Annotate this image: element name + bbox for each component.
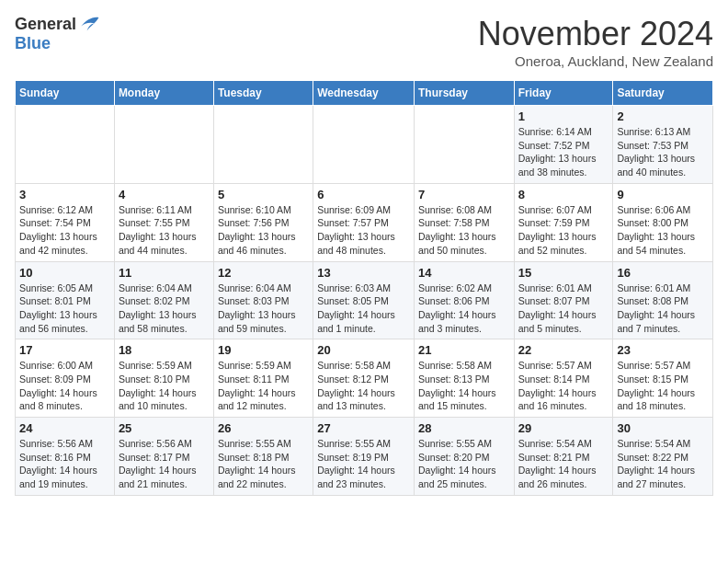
calendar-day-cell: 15Sunrise: 6:01 AM Sunset: 8:07 PM Dayli… bbox=[514, 261, 613, 339]
day-info: Sunrise: 6:12 AM Sunset: 7:54 PM Dayligh… bbox=[19, 203, 110, 258]
calendar-day-cell bbox=[414, 106, 514, 184]
page-header: General Blue November 2024 Oneroa, Auckl… bbox=[15, 15, 713, 69]
day-number: 23 bbox=[617, 343, 709, 357]
calendar-day-cell: 10Sunrise: 6:05 AM Sunset: 8:01 PM Dayli… bbox=[16, 261, 115, 339]
day-info: Sunrise: 5:57 AM Sunset: 8:15 PM Dayligh… bbox=[617, 359, 709, 413]
calendar-day-cell: 24Sunrise: 5:56 AM Sunset: 8:16 PM Dayli… bbox=[16, 418, 115, 496]
day-info: Sunrise: 6:11 AM Sunset: 7:55 PM Dayligh… bbox=[119, 203, 210, 258]
day-info: Sunrise: 6:04 AM Sunset: 8:03 PM Dayligh… bbox=[218, 282, 309, 336]
calendar-week-row: 24Sunrise: 5:56 AM Sunset: 8:16 PM Dayli… bbox=[16, 418, 713, 496]
day-number: 10 bbox=[19, 266, 110, 280]
day-number: 26 bbox=[218, 421, 309, 435]
calendar-table: SundayMondayTuesdayWednesdayThursdayFrid… bbox=[15, 80, 713, 496]
day-number: 2 bbox=[617, 109, 709, 123]
day-info: Sunrise: 5:57 AM Sunset: 8:14 PM Dayligh… bbox=[518, 359, 609, 413]
day-number: 28 bbox=[418, 421, 510, 435]
calendar-day-cell: 28Sunrise: 5:55 AM Sunset: 8:20 PM Dayli… bbox=[414, 418, 514, 496]
calendar-day-cell: 18Sunrise: 5:59 AM Sunset: 8:10 PM Dayli… bbox=[114, 339, 213, 418]
day-info: Sunrise: 6:03 AM Sunset: 8:05 PM Dayligh… bbox=[317, 282, 410, 336]
calendar-day-cell bbox=[16, 106, 115, 184]
day-info: Sunrise: 6:02 AM Sunset: 8:06 PM Dayligh… bbox=[418, 282, 510, 336]
logo-blue-text: Blue bbox=[15, 34, 51, 53]
calendar-day-cell: 6Sunrise: 6:09 AM Sunset: 7:57 PM Daylig… bbox=[313, 183, 415, 261]
calendar-header: SundayMondayTuesdayWednesdayThursdayFrid… bbox=[16, 81, 713, 106]
day-number: 8 bbox=[518, 188, 609, 201]
day-info: Sunrise: 5:59 AM Sunset: 8:10 PM Dayligh… bbox=[119, 359, 210, 413]
day-number: 7 bbox=[418, 188, 510, 201]
logo-bird-icon bbox=[78, 16, 100, 34]
calendar-day-cell: 29Sunrise: 5:54 AM Sunset: 8:21 PM Dayli… bbox=[514, 418, 613, 496]
day-number: 30 bbox=[617, 421, 709, 435]
day-number: 19 bbox=[218, 343, 309, 357]
day-info: Sunrise: 5:54 AM Sunset: 8:21 PM Dayligh… bbox=[518, 437, 609, 491]
calendar-week-row: 1Sunrise: 6:14 AM Sunset: 7:52 PM Daylig… bbox=[16, 106, 713, 184]
day-number: 11 bbox=[119, 266, 210, 280]
calendar-week-row: 3Sunrise: 6:12 AM Sunset: 7:54 PM Daylig… bbox=[16, 183, 713, 261]
day-number: 20 bbox=[317, 343, 410, 357]
day-number: 17 bbox=[19, 343, 110, 357]
calendar-day-cell: 7Sunrise: 6:08 AM Sunset: 7:58 PM Daylig… bbox=[414, 183, 514, 261]
calendar-day-cell: 30Sunrise: 5:54 AM Sunset: 8:22 PM Dayli… bbox=[613, 418, 713, 496]
day-info: Sunrise: 6:08 AM Sunset: 7:58 PM Dayligh… bbox=[418, 203, 510, 258]
day-info: Sunrise: 6:01 AM Sunset: 8:07 PM Dayligh… bbox=[518, 282, 609, 336]
day-info: Sunrise: 6:00 AM Sunset: 8:09 PM Dayligh… bbox=[19, 359, 110, 413]
day-number: 14 bbox=[418, 266, 510, 280]
day-number: 9 bbox=[617, 188, 709, 201]
month-title: November 2024 bbox=[478, 15, 713, 53]
day-info: Sunrise: 6:09 AM Sunset: 7:57 PM Dayligh… bbox=[317, 203, 410, 258]
day-number: 24 bbox=[19, 421, 110, 435]
day-info: Sunrise: 5:55 AM Sunset: 8:19 PM Dayligh… bbox=[317, 437, 410, 491]
day-number: 27 bbox=[317, 421, 410, 435]
day-number: 12 bbox=[218, 266, 309, 280]
logo: General Blue bbox=[15, 15, 100, 53]
calendar-week-row: 17Sunrise: 6:00 AM Sunset: 8:09 PM Dayli… bbox=[16, 339, 713, 418]
location-subtitle: Oneroa, Auckland, New Zealand bbox=[478, 53, 713, 69]
day-info: Sunrise: 6:05 AM Sunset: 8:01 PM Dayligh… bbox=[19, 282, 110, 336]
day-info: Sunrise: 5:55 AM Sunset: 8:18 PM Dayligh… bbox=[218, 437, 309, 491]
day-number: 21 bbox=[418, 343, 510, 357]
day-number: 1 bbox=[518, 109, 609, 123]
day-info: Sunrise: 6:01 AM Sunset: 8:08 PM Dayligh… bbox=[617, 282, 709, 336]
calendar-day-header: Monday bbox=[114, 81, 213, 106]
calendar-day-cell: 8Sunrise: 6:07 AM Sunset: 7:59 PM Daylig… bbox=[514, 183, 613, 261]
day-info: Sunrise: 5:56 AM Sunset: 8:16 PM Dayligh… bbox=[19, 437, 110, 491]
calendar-day-header: Thursday bbox=[414, 81, 514, 106]
calendar-day-cell: 3Sunrise: 6:12 AM Sunset: 7:54 PM Daylig… bbox=[16, 183, 115, 261]
day-info: Sunrise: 5:58 AM Sunset: 8:13 PM Dayligh… bbox=[418, 359, 510, 413]
day-number: 3 bbox=[19, 188, 110, 201]
day-number: 13 bbox=[317, 266, 410, 280]
calendar-day-cell: 27Sunrise: 5:55 AM Sunset: 8:19 PM Dayli… bbox=[313, 418, 415, 496]
day-number: 5 bbox=[218, 188, 309, 201]
day-info: Sunrise: 5:58 AM Sunset: 8:12 PM Dayligh… bbox=[317, 359, 410, 413]
title-block: November 2024 Oneroa, Auckland, New Zeal… bbox=[478, 15, 713, 69]
calendar-day-cell: 16Sunrise: 6:01 AM Sunset: 8:08 PM Dayli… bbox=[613, 261, 713, 339]
calendar-day-cell: 9Sunrise: 6:06 AM Sunset: 8:00 PM Daylig… bbox=[613, 183, 713, 261]
calendar-day-cell: 1Sunrise: 6:14 AM Sunset: 7:52 PM Daylig… bbox=[514, 106, 613, 184]
calendar-day-header: Saturday bbox=[613, 81, 713, 106]
day-number: 16 bbox=[617, 266, 709, 280]
day-number: 25 bbox=[119, 421, 210, 435]
calendar-day-cell: 13Sunrise: 6:03 AM Sunset: 8:05 PM Dayli… bbox=[313, 261, 415, 339]
calendar-week-row: 10Sunrise: 6:05 AM Sunset: 8:01 PM Dayli… bbox=[16, 261, 713, 339]
day-info: Sunrise: 5:55 AM Sunset: 8:20 PM Dayligh… bbox=[418, 437, 510, 491]
calendar-day-cell: 11Sunrise: 6:04 AM Sunset: 8:02 PM Dayli… bbox=[114, 261, 213, 339]
day-info: Sunrise: 6:04 AM Sunset: 8:02 PM Dayligh… bbox=[119, 282, 210, 336]
day-info: Sunrise: 6:14 AM Sunset: 7:52 PM Dayligh… bbox=[518, 125, 609, 179]
day-info: Sunrise: 6:13 AM Sunset: 7:53 PM Dayligh… bbox=[617, 125, 709, 179]
day-number: 6 bbox=[317, 188, 410, 201]
calendar-day-cell: 19Sunrise: 5:59 AM Sunset: 8:11 PM Dayli… bbox=[213, 339, 313, 418]
calendar-day-header: Wednesday bbox=[313, 81, 415, 106]
day-info: Sunrise: 6:07 AM Sunset: 7:59 PM Dayligh… bbox=[518, 203, 609, 258]
calendar-day-cell: 25Sunrise: 5:56 AM Sunset: 8:17 PM Dayli… bbox=[114, 418, 213, 496]
day-number: 15 bbox=[518, 266, 609, 280]
calendar-day-cell: 20Sunrise: 5:58 AM Sunset: 8:12 PM Dayli… bbox=[313, 339, 415, 418]
calendar-day-cell: 21Sunrise: 5:58 AM Sunset: 8:13 PM Dayli… bbox=[414, 339, 514, 418]
calendar-day-header: Tuesday bbox=[213, 81, 313, 106]
day-number: 29 bbox=[518, 421, 609, 435]
calendar-day-cell: 17Sunrise: 6:00 AM Sunset: 8:09 PM Dayli… bbox=[16, 339, 115, 418]
logo-general-text: General bbox=[15, 15, 76, 34]
calendar-day-cell: 26Sunrise: 5:55 AM Sunset: 8:18 PM Dayli… bbox=[213, 418, 313, 496]
calendar-day-cell bbox=[114, 106, 213, 184]
calendar-day-cell: 4Sunrise: 6:11 AM Sunset: 7:55 PM Daylig… bbox=[114, 183, 213, 261]
calendar-day-cell: 23Sunrise: 5:57 AM Sunset: 8:15 PM Dayli… bbox=[613, 339, 713, 418]
